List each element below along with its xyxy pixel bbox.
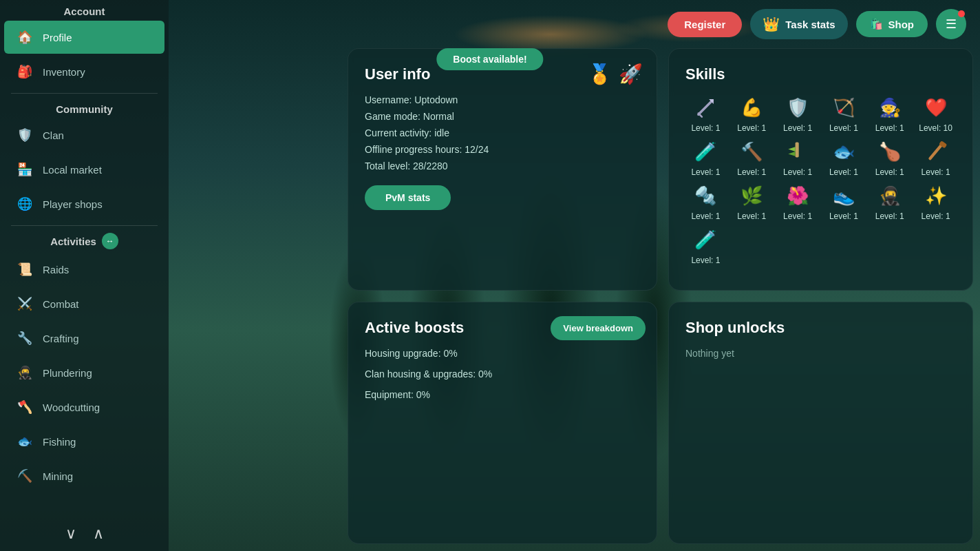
nav-up-button[interactable]: ∧	[93, 525, 104, 543]
raids-icon: 📜	[15, 260, 34, 279]
menu-button[interactable]: ☰	[936, 9, 966, 39]
strength-level: Level: 1	[737, 123, 766, 133]
shop-unlocks-empty: Nothing yet	[685, 348, 956, 359]
topbar: Register 👑 Task stats 🛍️ Shop ☰	[169, 0, 980, 48]
sidebar-label-inventory: Inventory	[43, 66, 85, 78]
skill-alchemy[interactable]: 🧪 Level: 1	[685, 138, 726, 177]
alchemy-icon: 🧪	[692, 138, 718, 165]
fishing-skill-icon: 🐟	[831, 138, 857, 165]
herblore-icon: 🌺	[785, 183, 811, 209]
sidebar-item-woodcutting[interactable]: 🪓 Woodcutting	[4, 391, 164, 424]
divider-community	[11, 93, 158, 94]
user-info-card: User info 🏅 🚀 Username: Uptodown Game mo…	[348, 48, 657, 291]
enchanting-level: Level: 1	[922, 211, 950, 221]
task-stats-button[interactable]: 👑 Task stats	[750, 9, 847, 39]
sidebar-label-mining: Mining	[43, 470, 73, 482]
sidebar-item-inventory[interactable]: 🎒 Inventory	[4, 55, 164, 88]
sidebar-item-player-shops[interactable]: 🌐 Player shops	[4, 187, 164, 220]
smithing-icon: 🔩	[692, 183, 718, 209]
woodcutting-skill-level: Level: 1	[783, 167, 812, 177]
sidebar-label-crafting: Crafting	[43, 333, 79, 344]
skill-strength[interactable]: 💪 Level: 1	[732, 94, 772, 133]
offline-progress-field: Offline progress hours: 12/24	[365, 144, 640, 155]
svg-rect-3	[796, 142, 799, 157]
skill-mining-skill[interactable]: Level: 1	[915, 138, 956, 177]
sidebar-label-local-market: Local market	[43, 164, 102, 176]
crafting-skill-icon: 🔨	[738, 138, 765, 165]
skill-ranged[interactable]: 🏹 Level: 1	[823, 94, 864, 133]
skill-fishing-skill[interactable]: 🐟 Level: 1	[823, 138, 864, 177]
skill-smithing[interactable]: 🔩 Level: 1	[685, 183, 726, 221]
sidebar-item-mining[interactable]: ⛏️ Mining	[4, 459, 164, 492]
skill-herblore[interactable]: 🌺 Level: 1	[778, 183, 818, 221]
smithing-level: Level: 1	[691, 211, 720, 221]
skill-enchanting[interactable]: ✨ Level: 1	[915, 183, 956, 221]
sidebar-item-plundering[interactable]: 🥷 Plundering	[4, 356, 164, 389]
sidebar-bottom-nav: ∨ ∧	[0, 517, 169, 551]
skill-hitpoints[interactable]: ❤️ Level: 10	[915, 94, 956, 133]
agility-level: Level: 1	[829, 211, 858, 221]
sidebar-item-clan[interactable]: 🛡️ Clan	[4, 118, 164, 152]
crafting-icon: 🔧	[15, 329, 34, 348]
mining-skill-level: Level: 1	[922, 167, 950, 177]
nav-down-button[interactable]: ∨	[65, 525, 76, 543]
svg-line-4	[930, 145, 941, 158]
crafting-skill-level: Level: 1	[737, 167, 766, 177]
skill-potion[interactable]: 🧪 Level: 1	[685, 227, 726, 265]
sidebar-item-profile[interactable]: 🏠 Profile	[4, 21, 164, 54]
username-field: Username: Uptodown	[365, 94, 640, 105]
main-content: User info 🏅 🚀 Username: Uptodown Game mo…	[169, 0, 980, 551]
sidebar-item-fishing[interactable]: 🐟 Fishing	[4, 425, 164, 458]
sidebar-label-combat: Combat	[43, 298, 79, 310]
skills-grid: Level: 1 💪 Level: 1 🛡️ Level: 1 🏹 Level:…	[685, 94, 956, 265]
fishing-skill-level: Level: 1	[829, 167, 858, 177]
farming-level: Level: 1	[737, 211, 766, 221]
hitpoints-icon: ❤️	[923, 94, 949, 121]
achievement-icon: 🏅	[588, 63, 612, 85]
skill-crafting-skill[interactable]: 🔨 Level: 1	[732, 138, 772, 177]
sidebar-item-raids[interactable]: 📜 Raids	[4, 253, 164, 286]
sidebar-label-fishing: Fishing	[43, 436, 76, 448]
activities-expand-icon[interactable]: ↔	[102, 233, 118, 249]
inventory-icon: 🎒	[15, 62, 34, 81]
skill-defence[interactable]: 🛡️ Level: 1	[778, 94, 818, 133]
skill-farming[interactable]: 🌿 Level: 1	[732, 183, 772, 221]
fishing-icon: 🐟	[15, 432, 34, 451]
skill-woodcutting-skill[interactable]: Level: 1	[778, 138, 818, 177]
skill-thieving[interactable]: 🥷 Level: 1	[869, 183, 910, 221]
sidebar-label-clan: Clan	[43, 129, 64, 141]
sidebar-label-plundering: Plundering	[43, 367, 92, 379]
sidebar-label-player-shops: Player shops	[43, 198, 103, 210]
local-market-icon: 🏪	[15, 160, 34, 179]
boost-banner[interactable]: Boost available!	[436, 48, 543, 70]
pvm-stats-button[interactable]: PvM stats	[365, 185, 451, 210]
view-breakdown-button[interactable]: View breakdown	[551, 316, 646, 340]
community-label: Community	[0, 98, 169, 118]
alchemy-level: Level: 1	[691, 167, 720, 177]
mining-icon: ⛏️	[15, 466, 34, 486]
svg-line-2	[699, 114, 702, 117]
account-label: Account	[0, 0, 169, 20]
skill-agility[interactable]: 👟 Level: 1	[823, 183, 864, 221]
sidebar-item-crafting[interactable]: 🔧 Crafting	[4, 322, 164, 355]
sidebar-item-local-market[interactable]: 🏪 Local market	[4, 153, 164, 186]
game-mode-field: Game mode: Normal	[365, 111, 640, 122]
herblore-level: Level: 1	[783, 211, 812, 221]
woodcutting-skill-icon	[785, 138, 811, 165]
register-button[interactable]: Register	[668, 12, 742, 37]
skill-attack[interactable]: Level: 1	[685, 94, 726, 133]
potion-level: Level: 1	[691, 256, 720, 265]
sidebar-item-combat[interactable]: ⚔️ Combat	[4, 287, 164, 320]
total-level-field: Total level: 28/2280	[365, 160, 640, 171]
skill-cooking[interactable]: 🍗 Level: 1	[869, 138, 910, 177]
shop-unlocks-card: Shop unlocks Nothing yet	[668, 302, 973, 544]
enchanting-icon: ✨	[923, 183, 949, 209]
skill-magic[interactable]: 🧙 Level: 1	[869, 94, 910, 133]
ranged-icon: 🏹	[831, 94, 857, 121]
potion-icon: 🧪	[692, 227, 718, 253]
woodcutting-icon: 🪓	[15, 397, 34, 417]
strength-icon: 💪	[738, 94, 765, 121]
crown-icon: 👑	[763, 16, 780, 32]
active-boosts-card: Active boosts View breakdown Housing upg…	[348, 302, 657, 544]
shop-button[interactable]: 🛍️ Shop	[856, 11, 928, 37]
